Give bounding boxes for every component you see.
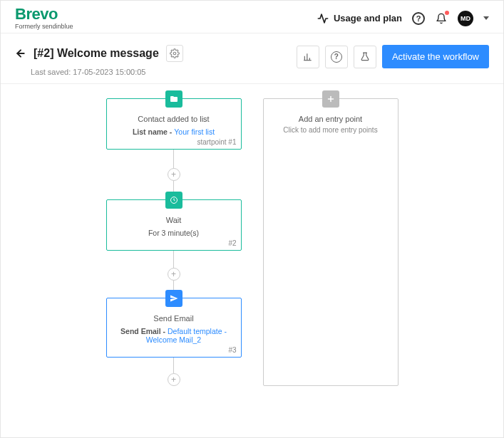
back-arrow-icon[interactable]	[15, 48, 26, 59]
wait-node[interactable]: Wait For 3 minute(s) #2	[106, 199, 242, 251]
add-step-button[interactable]: +	[168, 168, 180, 181]
brand-tagline: Formerly sendinblue	[15, 24, 73, 30]
timer-icon	[165, 192, 182, 209]
notification-dot	[445, 11, 449, 15]
flow-column: Contact added to list List name - Your f…	[106, 98, 242, 386]
node-heading: Contact added to list	[114, 115, 234, 123]
stats-button[interactable]	[297, 46, 319, 68]
svg-point-1	[173, 52, 176, 55]
node-number: #3	[228, 346, 236, 354]
workflow-header-left: [#2] Welcome message Last saved: 17-05-2…	[15, 45, 183, 76]
settings-button[interactable]	[166, 45, 183, 62]
test-button[interactable]	[354, 46, 376, 68]
last-saved-label: Last saved: 17-05-2023 15:00:05	[31, 68, 183, 76]
send-icon	[165, 290, 182, 307]
node-heading: Send Email	[114, 314, 234, 323]
activate-button[interactable]: Activate the workflow	[382, 45, 489, 68]
brand: Brevo Formerly sendinblue	[15, 6, 73, 30]
chevron-down-icon[interactable]	[483, 16, 489, 20]
title-row: [#2] Welcome message	[15, 45, 183, 62]
entry-title: Add an entry point	[271, 115, 391, 123]
entry-subtitle: Click to add more entry points	[271, 126, 391, 134]
add-step-button[interactable]: +	[168, 268, 180, 281]
node-detail: Send Email - Default template -Welcome M…	[114, 327, 234, 344]
header-right: Usage and plan ? MD	[317, 11, 489, 26]
node-detail: List name - Your first list	[114, 127, 234, 136]
app-header: Brevo Formerly sendinblue Usage and plan…	[1, 1, 503, 33]
list-icon	[165, 90, 182, 108]
top-row: Contact added to list List name - Your f…	[22, 98, 482, 386]
brand-name: Brevo	[15, 6, 73, 22]
node-heading: Wait	[114, 216, 234, 224]
avatar[interactable]: MD	[458, 11, 473, 26]
help-button[interactable]: ?	[325, 46, 348, 68]
node-number: startpoint #1	[197, 138, 236, 146]
add-entry-point-node[interactable]: Add an entry point Click to add more ent…	[263, 98, 398, 386]
help-icon[interactable]: ?	[412, 12, 425, 25]
page-title: [#2] Welcome message	[34, 47, 159, 60]
list-name-link[interactable]: Your first list	[174, 127, 215, 136]
activity-icon	[317, 12, 329, 25]
notifications-icon[interactable]	[435, 12, 448, 25]
plus-icon	[322, 90, 339, 108]
workflow-canvas[interactable]: Contact added to list List name - Your f…	[1, 84, 503, 438]
usage-plan-link[interactable]: Usage and plan	[317, 12, 402, 25]
add-step-button[interactable]: +	[168, 373, 180, 386]
usage-plan-label: Usage and plan	[334, 13, 402, 24]
node-detail: For 3 minute(s)	[114, 229, 234, 237]
connector: +	[168, 358, 180, 386]
node-number: #2	[228, 239, 236, 247]
workflow-header: [#2] Welcome message Last saved: 17-05-2…	[1, 33, 503, 84]
start-node[interactable]: Contact added to list List name - Your f…	[106, 98, 242, 150]
workflow-header-right: ? Activate the workflow	[297, 45, 489, 68]
send-email-node[interactable]: Send Email Send Email - Default template…	[106, 298, 242, 358]
